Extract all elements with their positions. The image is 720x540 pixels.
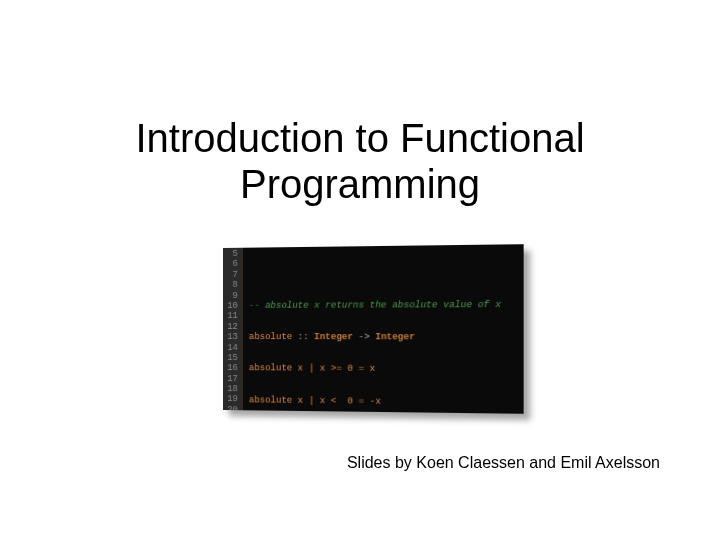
slide-credits: Slides by Koen Claessen and Emil Axelsso… xyxy=(347,454,660,472)
code-line: absolute x | x < 0 = -x xyxy=(249,395,501,408)
code-line: absolute x | x >= 0 = x xyxy=(249,364,501,376)
line-gutter: 5 6 7 8 9 10 11 12 13 14 15 16 17 18 19 … xyxy=(223,248,243,411)
line-number: 19 xyxy=(223,394,238,405)
line-number: 18 xyxy=(223,384,238,395)
line-number: 5 xyxy=(223,249,238,260)
line-number: 13 xyxy=(223,332,238,342)
line-number: 15 xyxy=(223,353,238,363)
slide-title: Introduction to Functional Programming xyxy=(0,0,720,207)
title-line-1: Introduction to Functional xyxy=(135,116,584,160)
line-number: 14 xyxy=(223,343,238,353)
code-screenshot: 5 6 7 8 9 10 11 12 13 14 15 16 17 18 19 … xyxy=(223,244,524,414)
line-number: 8 xyxy=(223,280,238,291)
line-number: 6 xyxy=(223,259,238,270)
code-line xyxy=(249,267,501,280)
line-number: 7 xyxy=(223,270,238,281)
code-line: absolute :: Integer -> Integer xyxy=(249,332,501,343)
line-number: 11 xyxy=(223,311,238,321)
line-number: 16 xyxy=(223,363,238,373)
line-number: 12 xyxy=(223,322,238,332)
code-editor: 5 6 7 8 9 10 11 12 13 14 15 16 17 18 19 … xyxy=(223,244,524,414)
code-line: -- absolute x returns the absolute value… xyxy=(249,300,501,312)
line-number: 20 xyxy=(223,405,238,414)
line-number: 9 xyxy=(223,290,238,300)
title-line-2: Programming xyxy=(240,162,480,206)
line-number: 17 xyxy=(223,374,238,385)
line-number: 10 xyxy=(223,301,238,311)
code-body: -- absolute x returns the absolute value… xyxy=(243,244,505,413)
